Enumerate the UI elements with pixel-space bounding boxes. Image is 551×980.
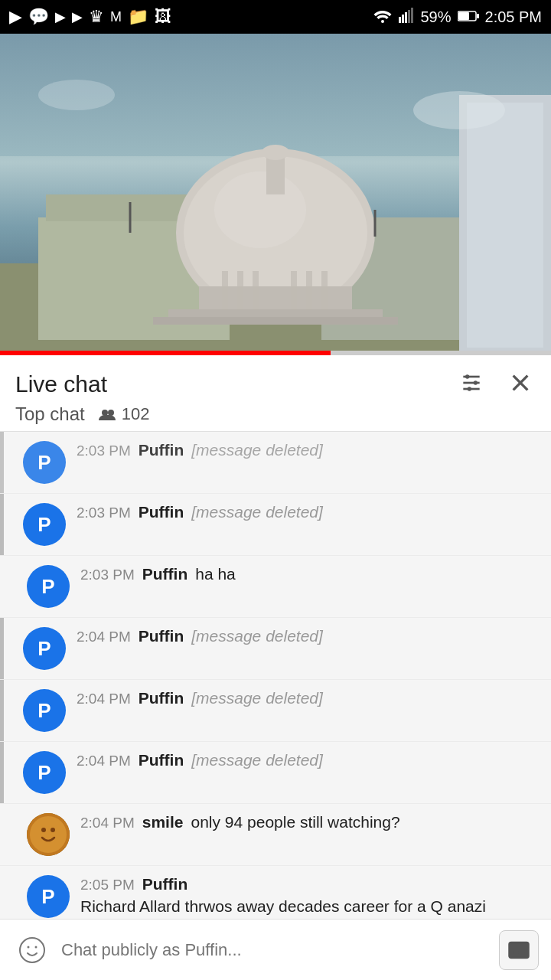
emoji-icon [18,936,46,964]
message-text: [message deleted] [191,751,323,769]
avatar [27,813,70,856]
chat-input[interactable] [61,930,490,970]
status-bar-right-icons: 59% 2:05 PM [373,8,542,27]
message-time: 2:03 PM [80,567,135,583]
svg-point-39 [468,387,471,390]
svg-rect-8 [477,14,479,18]
filter-settings-button[interactable] [456,368,487,400]
message-author: smile [142,813,184,831]
svg-rect-1 [399,17,401,23]
svg-rect-28 [306,271,312,309]
top-chat-label: Top chat [15,403,85,425]
svg-point-45 [30,816,67,853]
viewers-icon [97,407,117,422]
video-progress-fill [0,351,331,355]
superchat-icon [507,939,530,962]
svg-point-0 [381,20,384,23]
status-bar-left-icons: ▶ 💬 ▶ ▶ ♛ M 📁 🖼 [9,7,171,27]
message-content: 2:04 PM smile only 94 people still watch… [80,813,539,833]
signal-icon [399,8,414,27]
message-content: 2:04 PM Puffin [message deleted] [77,689,539,709]
deleted-indicator [0,432,4,493]
message-time: 2:04 PM [77,753,131,769]
svg-point-43 [108,410,114,416]
video-frame [0,34,551,355]
svg-point-49 [28,946,30,948]
viewer-count-number: 102 [122,404,150,424]
smile-avatar-image [27,813,70,856]
message-time: 2:05 PM [80,877,135,893]
svg-rect-26 [253,271,259,309]
send-superschat-button[interactable] [499,930,539,970]
message-content: 2:04 PM Puffin [message deleted] [77,751,539,771]
svg-rect-4 [408,10,410,23]
live-chat-title: Live chat [15,371,107,397]
message-author: Puffin [139,441,184,459]
deleted-indicator [0,618,4,679]
table-row: 2:04 PM smile only 94 people still watch… [0,804,551,866]
svg-point-37 [465,374,469,378]
svg-point-50 [35,946,37,948]
message-author: Puffin [139,751,184,769]
table-row: P 2:04 PM Puffin [message deleted] [0,618,551,680]
svg-point-48 [20,938,44,962]
message-time: 2:04 PM [80,815,135,831]
svg-point-47 [51,828,55,832]
svg-point-38 [474,381,478,384]
message-time: 2:04 PM [77,691,131,707]
table-row: P 2:04 PM Puffin [message deleted] [0,742,551,804]
emoji-button[interactable] [12,930,52,970]
folder-icon: 📁 [128,7,148,27]
message-time: 2:03 PM [77,505,131,521]
close-button[interactable] [505,368,536,400]
time-display: 2:05 PM [485,8,542,26]
status-bar: ▶ 💬 ▶ ▶ ♛ M 📁 🖼 59% [0,0,551,34]
avatar: P [27,875,70,918]
image-icon: 🖼 [155,7,171,27]
video-player[interactable] [0,34,551,355]
svg-point-18 [214,172,306,248]
avatar: P [23,441,66,484]
youtube-tv-icon: ▶ [9,7,22,27]
svg-rect-29 [321,271,328,309]
svg-rect-2 [402,15,404,23]
svg-rect-5 [411,8,413,23]
message-text: [message deleted] [191,503,323,521]
youtube-icon: ▶ [55,8,66,25]
svg-rect-53 [514,951,520,954]
svg-point-33 [38,80,115,110]
message-time: 2:04 PM [77,629,131,645]
message-time: 2:03 PM [77,443,131,459]
chat-input-bar [0,919,551,980]
message-text: [message deleted] [191,441,323,459]
battery-percent: 59% [420,8,451,26]
crown-icon: ♛ [89,7,104,27]
svg-rect-25 [237,271,243,309]
chat-messages-list: P 2:03 PM Puffin [message deleted] P 2:0… [0,432,551,980]
video-progress-bar[interactable] [0,351,551,355]
battery-icon [458,8,479,26]
message-content: 2:04 PM Puffin [message deleted] [77,627,539,647]
table-row: P 2:03 PM Puffin [message deleted] [0,494,551,556]
deleted-indicator [0,494,4,555]
message-content: 2:03 PM Puffin ha ha [80,565,539,585]
live-chat-header: Live chat Top chat [0,355,551,432]
svg-point-32 [413,91,505,129]
svg-rect-3 [405,12,407,23]
avatar: P [23,627,66,670]
svg-point-21 [262,145,289,160]
youtube-icon2: ▶ [72,8,83,25]
message-author: Puffin [142,875,187,893]
message-author: Puffin [142,565,187,583]
mastodon-icon: M [110,9,122,25]
svg-rect-15 [467,103,543,348]
close-icon [508,371,533,395]
table-row: P 2:03 PM Puffin [message deleted] [0,432,551,494]
message-text: [message deleted] [191,627,323,645]
table-row: P 2:03 PM Puffin ha ha [0,556,551,618]
svg-rect-7 [458,12,469,20]
message-content: 2:03 PM Puffin [message deleted] [77,503,539,523]
avatar: P [23,689,66,732]
svg-point-46 [41,828,46,832]
svg-point-42 [102,410,108,416]
